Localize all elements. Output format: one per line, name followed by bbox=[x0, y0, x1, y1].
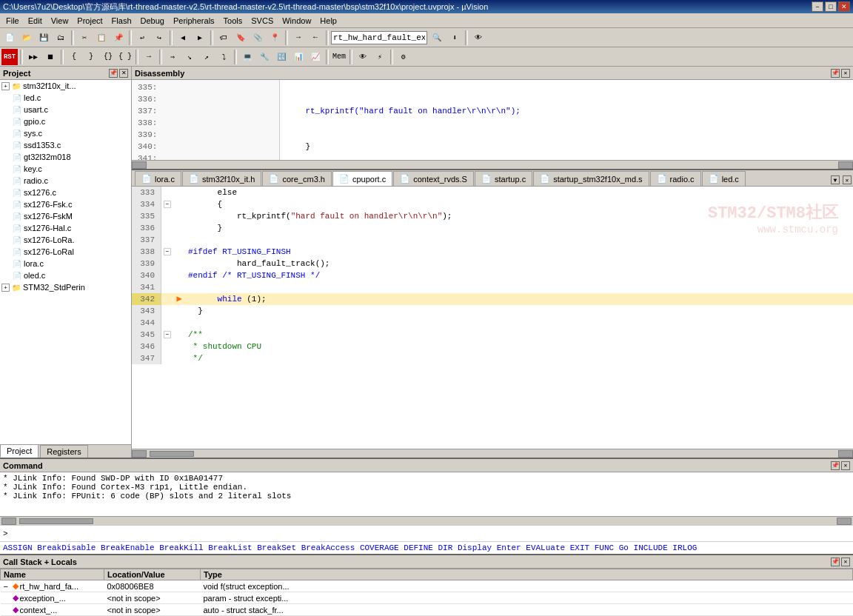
tb-run-to[interactable]: ⤵ bbox=[215, 49, 232, 65]
tb-new[interactable]: 📄 bbox=[1, 30, 18, 46]
code-line-340[interactable]: 340 #endif /* RT_USING_FINSH */ bbox=[132, 270, 853, 281]
tb-mem-btn[interactable]: Mem bbox=[331, 49, 347, 65]
code-line-334[interactable]: 334 − { bbox=[132, 198, 853, 210]
code-line-346[interactable]: 346 * shutdown CPU bbox=[132, 341, 853, 352]
code-line-347[interactable]: 347 */ bbox=[132, 352, 853, 364]
tb-brace3[interactable]: {} bbox=[100, 49, 116, 65]
disasm-pin[interactable]: 📌 bbox=[831, 69, 840, 78]
tab-startup-stm32[interactable]: 📄 startup_stm32f10x_md.s bbox=[533, 171, 649, 186]
callstack-row-1[interactable]: ◆ exception_... <not in scope> param - s… bbox=[1, 592, 853, 604]
tb-indent[interactable]: → bbox=[290, 30, 307, 46]
menu-project[interactable]: Project bbox=[73, 15, 107, 27]
code-line-342[interactable]: 342 ▶ while (1); bbox=[132, 293, 853, 305]
code-line-341[interactable]: 341 bbox=[132, 281, 853, 293]
callstack-close-btn[interactable]: ✕ bbox=[841, 558, 850, 566]
tb-run[interactable]: ▶▶ bbox=[25, 49, 41, 65]
tb-undo[interactable]: ↩ bbox=[134, 30, 150, 46]
tb-step-over[interactable]: ⇒ bbox=[164, 49, 181, 65]
tree-item[interactable]: + 📁 stm32f10x_it... bbox=[0, 80, 131, 92]
tb-cut[interactable]: ✂ bbox=[76, 30, 93, 46]
tb-step-into[interactable]: ↘ bbox=[181, 49, 198, 65]
tab-lora-c[interactable]: 📄 lora.c bbox=[135, 171, 181, 186]
line-fold-345[interactable]: − bbox=[161, 329, 173, 341]
tree-item[interactable]: 📄 oled.c bbox=[0, 270, 131, 281]
code-line-345[interactable]: 345 − /** bbox=[132, 329, 853, 341]
function-search-input[interactable] bbox=[331, 31, 427, 44]
row-0-expand[interactable]: − bbox=[4, 582, 11, 591]
tb-arrow[interactable]: → bbox=[141, 49, 157, 65]
tb-cmd-win[interactable]: 💻 bbox=[239, 49, 255, 65]
code-line-339[interactable]: 339 hard_fault_track(); bbox=[132, 258, 853, 270]
tb-reg-win[interactable]: 📊 bbox=[290, 49, 307, 65]
tb-bookmark4[interactable]: 📍 bbox=[267, 30, 283, 46]
tb-search[interactable]: 🔍 bbox=[429, 30, 445, 46]
tree-item[interactable]: + 📁 STM32_StdPerin bbox=[0, 281, 131, 293]
menu-flash[interactable]: Flash bbox=[107, 15, 136, 27]
callstack-row-2[interactable]: ◆ context_... <not in scope> auto - stru… bbox=[1, 604, 853, 616]
tb-unindent[interactable]: ← bbox=[307, 30, 324, 46]
tb-bookmark2[interactable]: 🔖 bbox=[233, 30, 249, 46]
code-line-338[interactable]: 338 − #ifdef RT_USING_FINSH bbox=[132, 246, 853, 258]
maximize-button[interactable]: □ bbox=[825, 1, 837, 12]
disasm-close[interactable]: ✕ bbox=[841, 69, 850, 78]
menu-window[interactable]: Window bbox=[278, 15, 315, 27]
tab-registers[interactable]: Registers bbox=[40, 445, 87, 458]
tb-brace4[interactable]: { } bbox=[117, 49, 133, 65]
tab-menu-btn[interactable]: ▼ bbox=[831, 175, 840, 184]
tree-item[interactable]: 📄 ssd1353.c bbox=[0, 139, 131, 151]
tb-reset[interactable]: RST bbox=[1, 49, 18, 65]
tab-core-cm3-h[interactable]: 📄 core_cm3.h bbox=[262, 171, 331, 186]
tab-startup-c[interactable]: 📄 startup.c bbox=[475, 171, 532, 186]
menu-tools[interactable]: Tools bbox=[219, 15, 247, 27]
tree-item[interactable]: 📄 radio.c bbox=[0, 175, 131, 187]
code-content[interactable]: STM32/STM8社区 www.stmcu.org 333 else bbox=[132, 187, 853, 449]
menu-file[interactable]: File bbox=[1, 15, 24, 27]
menu-peripherals[interactable]: Peripherals bbox=[169, 15, 219, 27]
tb-brace1[interactable]: { bbox=[66, 49, 82, 65]
tree-item[interactable]: 📄 sx1276-FskM bbox=[0, 210, 131, 222]
tb-watch[interactable]: 👁 bbox=[355, 49, 371, 65]
code-line-337[interactable]: 337 bbox=[132, 234, 853, 246]
command-input[interactable] bbox=[8, 529, 850, 538]
panel-close[interactable]: ✕ bbox=[119, 69, 128, 78]
menu-help[interactable]: Help bbox=[315, 15, 341, 27]
tb-debug-view[interactable]: 👁 bbox=[470, 30, 486, 46]
tab-radio-c[interactable]: 📄 radio.c bbox=[650, 171, 701, 186]
callstack-content[interactable]: Name Location/Value Type − ◆ rt_hw_hard_… bbox=[0, 569, 853, 616]
tab-project[interactable]: Project bbox=[0, 444, 39, 458]
tb-trace-win[interactable]: 📈 bbox=[307, 49, 324, 65]
tb-tools2[interactable]: ⚙ bbox=[395, 49, 412, 65]
tb-bookmark3[interactable]: 📎 bbox=[250, 30, 266, 46]
tb-sym-win[interactable]: 🔣 bbox=[273, 49, 290, 65]
expand-icon[interactable]: + bbox=[1, 82, 10, 90]
callstack-row-0[interactable]: − ◆ rt_hw_hard_fa... 0x08006BE8 void f(s… bbox=[1, 580, 853, 592]
tb-brace2[interactable]: } bbox=[83, 49, 99, 65]
tree-item[interactable]: 📄 key.c bbox=[0, 163, 131, 175]
code-line-344[interactable]: 344 bbox=[132, 317, 853, 329]
tree-item[interactable]: 📄 lora.c bbox=[0, 258, 131, 270]
tb-save[interactable]: 💾 bbox=[36, 30, 52, 46]
tree-item[interactable]: 📄 sx1276-LoRal bbox=[0, 246, 131, 258]
line-fold-338[interactable]: − bbox=[161, 246, 173, 258]
cmd-close[interactable]: ✕ bbox=[841, 461, 850, 470]
tb-nav-fwd[interactable]: ▶ bbox=[192, 30, 208, 46]
disassembly-content[interactable]: 335: 336: 337: 338: 339: 340: 341: rt_kp… bbox=[132, 80, 853, 160]
tb-bookmark1[interactable]: 🏷 bbox=[215, 30, 232, 46]
tb-search-next[interactable]: ⬇ bbox=[446, 30, 463, 46]
panel-pin[interactable]: 📌 bbox=[109, 69, 118, 78]
tb-redo[interactable]: ↪ bbox=[151, 30, 167, 46]
menu-view[interactable]: View bbox=[47, 15, 73, 27]
tree-item[interactable]: 📄 usart.c bbox=[0, 104, 131, 116]
tree-item[interactable]: 📄 led.c bbox=[0, 92, 131, 104]
code-line-335[interactable]: 335 rt_kprintf("hard fault on handler\r\… bbox=[132, 210, 853, 222]
tab-led-c[interactable]: 📄 led.c bbox=[702, 171, 746, 186]
tab-close-btn[interactable]: ✕ bbox=[843, 175, 852, 184]
tb-open[interactable]: 📂 bbox=[19, 30, 35, 46]
code-line-336[interactable]: 336 } bbox=[132, 222, 853, 234]
menu-svcs[interactable]: SVCS bbox=[247, 15, 278, 27]
tb-perf[interactable]: ⚡ bbox=[372, 49, 388, 65]
tree-item[interactable]: 📄 sys.c bbox=[0, 127, 131, 139]
menu-debug[interactable]: Debug bbox=[136, 15, 169, 27]
tb-saveall[interactable]: 🗂 bbox=[53, 30, 69, 46]
tab-cpuport-c[interactable]: 📄 cpuport.c bbox=[332, 171, 392, 186]
